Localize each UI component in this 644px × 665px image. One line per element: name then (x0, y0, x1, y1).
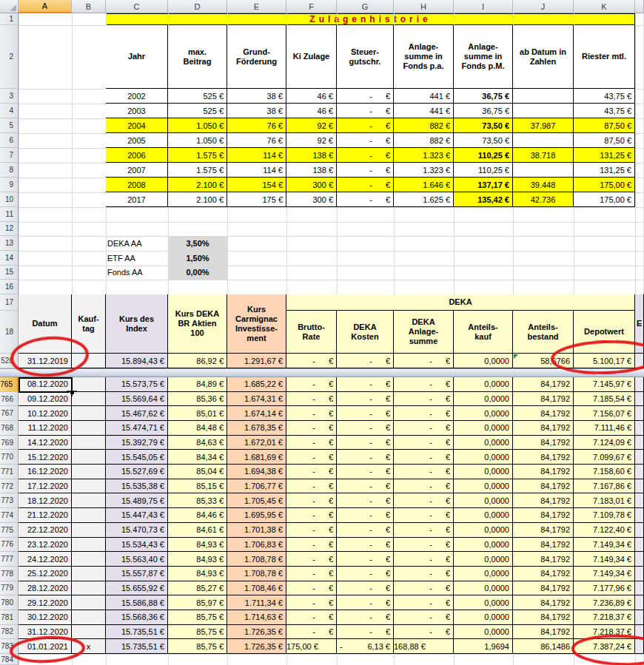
cell-H3[interactable]: 441 € (394, 89, 454, 104)
cell-K772[interactable]: 7.167,86 € (574, 479, 635, 494)
cell-K766[interactable]: 7.185,54 € (574, 392, 635, 407)
cell-I773[interactable]: 0,0000 (454, 493, 513, 508)
cell-G8[interactable]: -€ (337, 163, 394, 178)
cell-E770[interactable]: 1.681,69 € (227, 450, 286, 465)
cell-J765[interactable]: 84,1792 (513, 377, 574, 392)
cell-J776[interactable]: 84,1792 (513, 538, 574, 553)
cell-H766[interactable]: -€ (394, 392, 454, 407)
cell-G775[interactable]: -€ (337, 523, 394, 538)
cell-C781[interactable]: 15.568,36 € (106, 610, 168, 625)
cell-F4[interactable]: 46 € (286, 104, 337, 118)
cell-J778[interactable]: 84,1792 (513, 567, 574, 581)
row-header-13[interactable]: 13 (0, 236, 19, 251)
cell-D14[interactable]: 1,50% (168, 251, 227, 266)
cell-C3[interactable]: 2002 (106, 89, 168, 104)
cell-B769[interactable] (72, 436, 106, 450)
cell-D780[interactable]: 85,97 € (168, 595, 227, 610)
cell-L777[interactable] (635, 552, 644, 567)
cell-L774[interactable] (635, 508, 644, 523)
cell-C7[interactable]: 2006 (106, 148, 168, 163)
cell-J772[interactable]: 84,1792 (513, 479, 574, 494)
row-header-776[interactable]: 776 (0, 538, 19, 553)
cell-G520[interactable]: -€ (337, 354, 394, 368)
cell-F783[interactable]: 175,00 € (286, 639, 337, 654)
cell-D8[interactable]: 1.575 € (168, 163, 227, 178)
cell-H768[interactable]: -€ (394, 421, 454, 436)
cell-D6[interactable]: 1.050 € (168, 133, 227, 148)
cell-K768[interactable]: 7.111,46 € (574, 421, 635, 436)
cell-A782[interactable]: 31.12.2020 (19, 625, 72, 640)
cell-D771[interactable]: 85,04 € (168, 465, 227, 479)
cell-E778[interactable]: 1.708,78 € (227, 567, 286, 581)
cell-B783[interactable]: x (72, 639, 106, 654)
cell-E768[interactable]: 1.678,35 € (227, 421, 286, 436)
row-header-772[interactable]: 772 (0, 479, 19, 494)
cell-D767[interactable]: 85,01 € (168, 406, 227, 421)
cell-C765[interactable]: 15.573,75 € (106, 377, 168, 392)
column-header-A[interactable]: A (19, 0, 72, 13)
cell-J5[interactable]: 37.987 (513, 118, 574, 133)
cell-I6[interactable]: 73,50 € (454, 133, 513, 148)
cell-I766[interactable]: 0,0000 (454, 392, 513, 407)
cell-D768[interactable]: 84,48 € (168, 421, 227, 436)
cell-G6[interactable]: -€ (337, 133, 394, 148)
cell-F5[interactable]: 92 € (286, 118, 337, 133)
cell-C777[interactable]: 15.563,40 € (106, 552, 168, 567)
cell-K774[interactable]: 7.109,78 € (574, 508, 635, 523)
column-header-E[interactable]: E (227, 0, 286, 13)
cell-A770[interactable]: 15.12.2020 (19, 450, 72, 465)
cell-C780[interactable]: 15.586,88 € (106, 595, 168, 610)
cell-D13[interactable]: 3,50% (168, 236, 227, 251)
cell-K780[interactable]: 7.236,89 € (574, 595, 635, 610)
cell-K6[interactable]: 87,50 € (574, 133, 635, 148)
cell-D5[interactable]: 1.050 € (168, 118, 227, 133)
row-header-769[interactable]: 769 (0, 436, 19, 450)
cell-C772[interactable]: 15.535,38 € (106, 479, 168, 494)
cell-B770[interactable] (72, 450, 106, 465)
cell-C13[interactable]: DEKA AA (106, 236, 168, 251)
row-header-7[interactable]: 7 (0, 148, 19, 163)
cell-K775[interactable]: 7.122,40 € (574, 523, 635, 538)
cell-C10[interactable]: 2017 (106, 192, 168, 207)
cell-H770[interactable]: -€ (394, 450, 454, 465)
cell-L773[interactable] (635, 493, 644, 508)
cell-C14[interactable]: ETF AA (106, 251, 168, 266)
cell-F781[interactable]: -€ (286, 610, 337, 625)
cell-I772[interactable]: 0,0000 (454, 479, 513, 494)
cell-F780[interactable]: -€ (286, 595, 337, 610)
cell-L779[interactable] (635, 581, 644, 596)
cell-A781[interactable]: 30.12.2020 (19, 610, 72, 625)
cell-K777[interactable]: 7.149,34 € (574, 552, 635, 567)
cell-I770[interactable]: 0,0000 (454, 450, 513, 465)
cell-E6[interactable]: 76 € (227, 133, 286, 148)
header-K18[interactable]: Depotwert (574, 311, 635, 354)
cell-K776[interactable]: 7.149,34 € (574, 538, 635, 553)
header-H18[interactable]: DEKA Anlage- summe (394, 311, 454, 354)
cell-H775[interactable]: -€ (394, 523, 454, 538)
cell-C771[interactable]: 15.527,69 € (106, 465, 168, 479)
cell-D770[interactable]: 84,34 € (168, 450, 227, 465)
cell-E774[interactable]: 1.695,95 € (227, 508, 286, 523)
cell-I3[interactable]: 36,75 € (454, 89, 513, 104)
cell-L775[interactable] (635, 523, 644, 538)
row-header-766[interactable]: 766 (0, 392, 19, 407)
cell-I7[interactable]: 110,25 € (454, 148, 513, 163)
row-header-5[interactable]: 5 (0, 118, 19, 133)
cell-B781[interactable] (72, 610, 106, 625)
cell-I778[interactable]: 0,0000 (454, 567, 513, 581)
cell-D777[interactable]: 84,93 € (168, 552, 227, 567)
cell-C773[interactable]: 15.489,75 € (106, 493, 168, 508)
cell-L769[interactable] (635, 436, 644, 450)
cell-D773[interactable]: 85,33 € (168, 493, 227, 508)
cell-H769[interactable]: -€ (394, 436, 454, 450)
column-header-H[interactable]: H (394, 0, 454, 13)
cell-D781[interactable]: 85,75 € (168, 610, 227, 625)
cell-I767[interactable]: 0,0000 (454, 406, 513, 421)
row-header-8[interactable]: 8 (0, 163, 19, 178)
cell-L765[interactable] (635, 377, 644, 392)
cell-H779[interactable]: -€ (394, 581, 454, 596)
cell-H771[interactable]: -€ (394, 465, 454, 479)
cell-D766[interactable]: 85,36 € (168, 392, 227, 407)
cell-L776[interactable] (635, 538, 644, 553)
cell-B775[interactable] (72, 523, 106, 538)
